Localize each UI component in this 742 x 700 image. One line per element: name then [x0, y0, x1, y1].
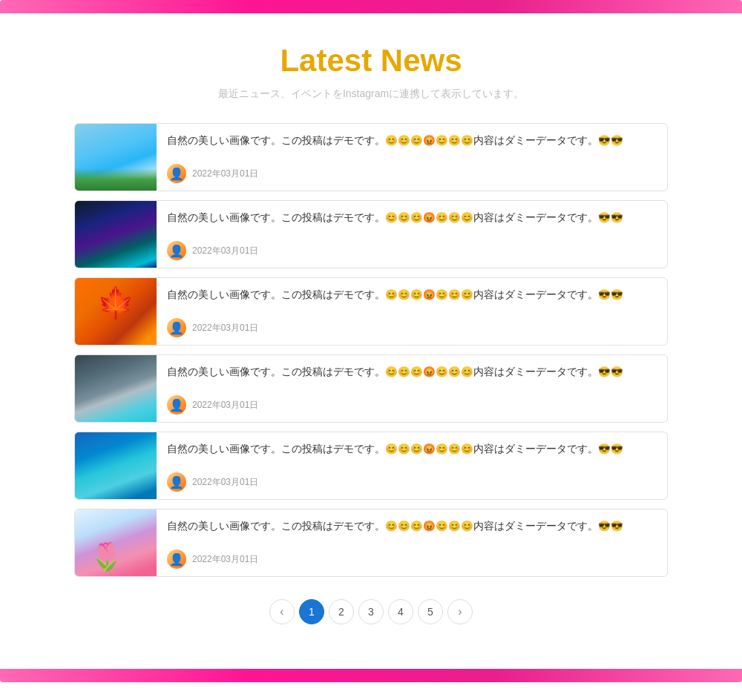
news-list: 自然の美しい画像です。この投稿はデモです。😊😊😊😡😊😊😊内容はダミーデータです。… — [74, 123, 668, 577]
news-body: 自然の美しい画像です。この投稿はデモです。😊😊😊😡😊😊😊内容はダミーデータです。… — [157, 509, 667, 576]
avatar — [167, 472, 186, 492]
news-date: 2022年03月01日 — [192, 476, 258, 489]
news-meta: 2022年03月01日 — [167, 472, 657, 492]
avatar — [167, 318, 186, 337]
avatar — [167, 241, 186, 260]
news-item[interactable]: 自然の美しい画像です。この投稿はデモです。😊😊😊😡😊😊😊内容はダミーデータです。… — [74, 354, 668, 423]
pagination: ‹12345› — [74, 599, 668, 624]
pagination-page-1[interactable]: 1 — [299, 599, 324, 624]
news-text: 自然の美しい画像です。この投稿はデモです。😊😊😊😡😊😊😊内容はダミーデータです。… — [167, 518, 657, 535]
pagination-page-3[interactable]: 3 — [358, 599, 384, 624]
content: Latest News 最近ニュース、イベントをInstagramに連携して表示… — [0, 13, 742, 669]
news-body: 自然の美しい画像です。この投稿はデモです。😊😊😊😡😊😊😊内容はダミーデータです。… — [157, 124, 667, 191]
news-text: 自然の美しい画像です。この投稿はデモです。😊😊😊😡😊😊😊内容はダミーデータです。… — [167, 287, 657, 303]
pagination-next[interactable]: › — [447, 599, 473, 624]
news-date: 2022年03月01日 — [192, 399, 258, 412]
pagination-page-5[interactable]: 5 — [418, 599, 443, 624]
news-item[interactable]: 自然の美しい画像です。この投稿はデモです。😊😊😊😡😊😊😊内容はダミーデータです。… — [74, 200, 668, 268]
news-image — [75, 124, 157, 191]
news-meta: 2022年03月01日 — [167, 241, 657, 260]
page-wrapper: Latest News 最近ニュース、イベントをInstagramに連携して表示… — [0, 0, 742, 700]
top-bar — [0, 0, 742, 13]
news-body: 自然の美しい画像です。この投稿はデモです。😊😊😊😡😊😊😊内容はダミーデータです。… — [157, 201, 667, 268]
news-text: 自然の美しい画像です。この投稿はデモです。😊😊😊😡😊😊😊内容はダミーデータです。… — [167, 210, 657, 226]
news-date: 2022年03月01日 — [192, 168, 258, 180]
news-item[interactable]: 自然の美しい画像です。この投稿はデモです。😊😊😊😡😊😊😊内容はダミーデータです。… — [74, 277, 668, 346]
pagination-page-2[interactable]: 2 — [329, 599, 354, 624]
page-subtitle: 最近ニュース、イベントをInstagramに連携して表示しています。 — [74, 88, 668, 101]
news-image — [75, 201, 157, 268]
bottom-bar — [0, 669, 742, 682]
avatar — [167, 164, 186, 183]
news-body: 自然の美しい画像です。この投稿はデモです。😊😊😊😡😊😊😊内容はダミーデータです。… — [157, 355, 667, 422]
avatar — [167, 549, 186, 569]
news-meta: 2022年03月01日 — [167, 318, 657, 337]
news-meta: 2022年03月01日 — [167, 164, 657, 183]
news-image — [75, 432, 157, 499]
news-image — [75, 509, 157, 576]
news-image — [75, 278, 157, 345]
news-date: 2022年03月01日 — [192, 322, 258, 334]
news-meta: 2022年03月01日 — [167, 549, 657, 569]
news-meta: 2022年03月01日 — [167, 395, 657, 415]
news-item[interactable]: 自然の美しい画像です。この投稿はデモです。😊😊😊😡😊😊😊内容はダミーデータです。… — [74, 509, 668, 577]
news-item[interactable]: 自然の美しい画像です。この投稿はデモです。😊😊😊😡😊😊😊内容はダミーデータです。… — [74, 432, 668, 500]
page-title: Latest News — [74, 43, 668, 79]
news-image — [75, 355, 157, 422]
news-body: 自然の美しい画像です。この投稿はデモです。😊😊😊😡😊😊😊内容はダミーデータです。… — [157, 432, 667, 499]
news-date: 2022年03月01日 — [192, 245, 258, 257]
news-text: 自然の美しい画像です。この投稿はデモです。😊😊😊😡😊😊😊内容はダミーデータです。… — [167, 441, 657, 458]
news-body: 自然の美しい画像です。この投稿はデモです。😊😊😊😡😊😊😊内容はダミーデータです。… — [157, 278, 667, 345]
pagination-page-4[interactable]: 4 — [388, 599, 413, 624]
news-text: 自然の美しい画像です。この投稿はデモです。😊😊😊😡😊😊😊内容はダミーデータです。… — [167, 133, 657, 149]
news-text: 自然の美しい画像です。この投稿はデモです。😊😊😊😡😊😊😊内容はダミーデータです。… — [167, 364, 657, 380]
news-item[interactable]: 自然の美しい画像です。この投稿はデモです。😊😊😊😡😊😊😊内容はダミーデータです。… — [74, 123, 668, 191]
news-date: 2022年03月01日 — [192, 553, 258, 566]
pagination-prev[interactable]: ‹ — [269, 599, 295, 624]
avatar — [167, 395, 186, 415]
